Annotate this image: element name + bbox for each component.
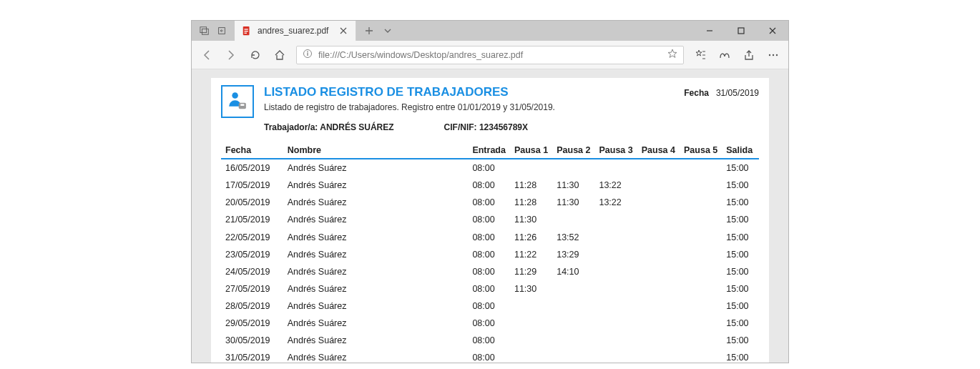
records-table: Fecha Nombre Entrada Pausa 1 Pausa 2 Pau… xyxy=(221,142,759,363)
close-window-button[interactable] xyxy=(757,21,788,41)
cell-nombre: Andrés Suárez xyxy=(283,229,469,246)
share-icon[interactable] xyxy=(741,47,757,63)
new-tab-icon[interactable] xyxy=(363,25,375,36)
cell-p4 xyxy=(637,349,680,363)
cell-p2: 13:29 xyxy=(552,246,594,263)
cell-salida: 15:00 xyxy=(722,246,759,263)
back-button[interactable] xyxy=(199,47,215,63)
cell-nombre: Andrés Suárez xyxy=(283,194,469,211)
cell-p1: 11:30 xyxy=(510,211,552,228)
cell-entrada: 08:00 xyxy=(468,349,510,363)
col-nombre: Nombre xyxy=(283,142,469,159)
cell-entrada: 08:00 xyxy=(468,332,510,349)
cell-nombre: Andrés Suárez xyxy=(283,280,469,297)
cell-p1: 11:29 xyxy=(510,263,552,280)
reading-list-icon[interactable] xyxy=(717,47,732,63)
cell-nombre: Andrés Suárez xyxy=(283,315,469,332)
cell-p3 xyxy=(594,297,637,315)
tabs-overview-icon[interactable] xyxy=(199,25,210,36)
cell-p1: 11:22 xyxy=(510,246,552,263)
report-header: LISTADO REGISTRO DE TRABAJADORES Listado… xyxy=(221,85,759,132)
cell-p4 xyxy=(637,246,680,263)
table-row: 23/05/2019Andrés Suárez08:0011:2213:2915… xyxy=(221,246,759,263)
worker-field: Trabajador/a: ANDRÉS SUÁREZ xyxy=(264,122,394,132)
col-p5: Pausa 5 xyxy=(680,142,722,159)
svg-rect-16 xyxy=(240,104,244,106)
table-row: 31/05/2019Andrés Suárez08:0015:00 xyxy=(221,349,759,363)
cell-fecha: 24/05/2019 xyxy=(221,263,283,280)
cell-entrada: 08:00 xyxy=(468,194,510,211)
svg-point-12 xyxy=(773,54,774,55)
cell-p2 xyxy=(552,280,594,297)
cell-p4 xyxy=(637,177,680,194)
address-bar: file:///C:/Users/windows/Desktop/andres_… xyxy=(192,41,788,69)
cell-p1: 11:30 xyxy=(510,280,552,297)
svg-point-13 xyxy=(776,54,778,55)
cell-p2: 11:30 xyxy=(552,194,594,211)
minimize-button[interactable] xyxy=(694,21,725,41)
cell-p4 xyxy=(637,280,680,297)
document-viewport[interactable]: LISTADO REGISTRO DE TRABAJADORES Listado… xyxy=(192,69,788,363)
cell-salida: 15:00 xyxy=(722,280,759,297)
cell-fecha: 17/05/2019 xyxy=(221,177,283,194)
cell-p4 xyxy=(637,159,680,177)
cell-nombre: Andrés Suárez xyxy=(283,263,469,280)
cell-p2 xyxy=(552,211,594,228)
cell-p5 xyxy=(680,211,722,228)
svg-rect-5 xyxy=(245,31,248,31)
table-row: 29/05/2019Andrés Suárez08:0015:00 xyxy=(221,315,759,332)
cell-salida: 15:00 xyxy=(722,177,759,194)
cell-p5 xyxy=(680,159,722,177)
more-icon[interactable] xyxy=(765,47,781,63)
cell-p4 xyxy=(637,194,680,211)
browser-tab[interactable]: andres_suarez.pdf xyxy=(235,21,356,41)
cell-p4 xyxy=(637,229,680,246)
cell-p2 xyxy=(552,315,594,332)
cell-p5 xyxy=(680,263,722,280)
home-button[interactable] xyxy=(272,47,288,63)
close-tab-icon[interactable] xyxy=(338,26,348,36)
cell-p5 xyxy=(680,229,722,246)
cell-salida: 15:00 xyxy=(722,315,759,332)
table-row: 27/05/2019Andrés Suárez08:0011:3015:00 xyxy=(221,280,759,297)
cell-fecha: 21/05/2019 xyxy=(221,211,283,228)
cell-p1 xyxy=(510,349,552,363)
cell-entrada: 08:00 xyxy=(468,229,510,246)
site-info-icon[interactable] xyxy=(303,49,313,61)
cell-p1: 11:26 xyxy=(510,229,552,246)
cell-entrada: 08:00 xyxy=(468,315,510,332)
cell-p4 xyxy=(637,297,680,315)
cell-p1 xyxy=(510,159,552,177)
cell-entrada: 08:00 xyxy=(468,297,510,315)
favorites-list-icon[interactable] xyxy=(692,47,708,63)
set-aside-tabs-icon[interactable] xyxy=(216,25,227,36)
forward-button[interactable] xyxy=(223,47,239,63)
svg-point-11 xyxy=(769,54,770,55)
cell-p1 xyxy=(510,315,552,332)
cell-fecha: 20/05/2019 xyxy=(221,194,283,211)
maximize-button[interactable] xyxy=(725,21,757,41)
table-row: 22/05/2019Andrés Suárez08:0011:2613:5215… xyxy=(221,229,759,246)
col-p2: Pausa 2 xyxy=(552,142,594,159)
cell-entrada: 08:00 xyxy=(468,246,510,263)
cell-p1 xyxy=(510,332,552,349)
cell-salida: 15:00 xyxy=(722,229,759,246)
report-logo xyxy=(221,85,254,118)
cell-entrada: 08:00 xyxy=(468,280,510,297)
cell-p1: 11:28 xyxy=(510,177,552,194)
cell-p2: 13:52 xyxy=(552,229,594,246)
cell-p4 xyxy=(637,211,680,228)
cell-entrada: 08:00 xyxy=(468,159,510,177)
cell-p1 xyxy=(510,297,552,315)
refresh-button[interactable] xyxy=(248,47,263,63)
cell-nombre: Andrés Suárez xyxy=(283,246,469,263)
col-salida: Salida xyxy=(722,142,759,159)
cell-salida: 15:00 xyxy=(722,297,759,315)
cell-nombre: Andrés Suárez xyxy=(283,349,469,363)
url-bar[interactable]: file:///C:/Users/windows/Desktop/andres_… xyxy=(296,46,684,64)
chevron-down-icon[interactable] xyxy=(382,25,393,36)
table-row: 28/05/2019Andrés Suárez08:0015:00 xyxy=(221,297,759,315)
col-p4: Pausa 4 xyxy=(637,142,680,159)
cell-p3: 13:22 xyxy=(594,177,637,194)
favorite-icon[interactable] xyxy=(667,49,677,61)
